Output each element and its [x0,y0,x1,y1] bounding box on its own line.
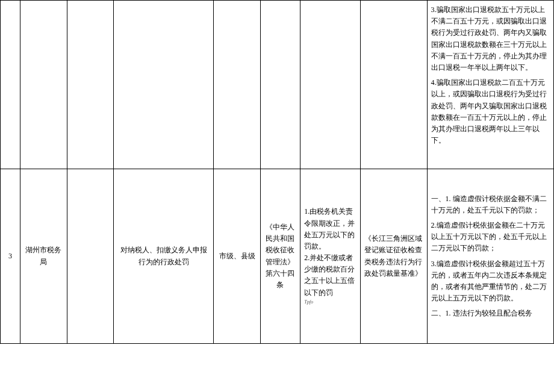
cell-criteria: 3.骗取国家出口退税款五十万元以上不满二百五十万元，或因骗取出口退税行为受过行政… [427,1,553,169]
cell-index [1,1,20,169]
criteria-text: 4.骗取国家出口退税款二百五十万元以上，或因骗取出口退税行为受过行政处罚、两年内… [431,77,550,146]
cell-detail: 1.由税务机关责令限期改正，并处五万元以下的罚款。 2.并处不缴或者少缴的税款百… [300,169,361,344]
criteria-text: 二、1. 违法行为较轻且配合税务 [431,308,550,319]
cell-criteria: 一、1. 编造虚假计税依据金额不满二十万元的，处五千元以下的罚款； 2.编造虚假… [427,169,553,344]
cell-matter: 对纳税人、扣缴义务人申报行为的行政处罚 [114,169,214,344]
table-row: 3 湖州市税务局 对纳税人、扣缴义务人申报行为的行政处罚 市级、县级 《中华人民… [1,169,554,344]
cell-blank [67,1,114,169]
cell-index: 3 [1,169,20,344]
criteria-text: 3.骗取国家出口退税款五十万元以上不满二百五十万元，或因骗取出口退税行为受过行政… [431,4,550,73]
regulation-table: 3.骗取国家出口退税款五十万元以上不满二百五十万元，或因骗取出口退税行为受过行政… [0,0,554,344]
cell-level: 市级、县级 [214,169,261,344]
cell-blank [67,169,114,344]
criteria-text: 一、1. 编造虚假计税依据金额不满二十万元的，处五千元以下的罚款； [431,193,550,216]
cell-law [260,1,300,169]
cell-detail [300,1,361,169]
table-row: 3.骗取国家出口退税款五十万元以上不满二百五十万元，或因骗取出口退税行为受过行政… [1,1,554,169]
cell-reference [360,1,427,169]
criteria-text: 2.编造虚假计税依据金额在二十万元以上五十万元以下的，处五千元以上二万元以下的罚… [431,220,550,255]
cell-reference: 《长江三角洲区域登记账证征收检查类税务违法行为行政处罚裁量基准》 [360,169,427,344]
detail-text: 1.由税务机关责令限期改正，并处五万元以下的罚款。 2.并处不缴或者少缴的税款百… [304,207,355,296]
cell-organ: 湖州市税务局 [20,169,67,344]
criteria-text: 3.编造虚假计税依据金额超过五十万元的，或者五年内二次违反本条规定的，或者有其他… [431,258,550,305]
cell-matter [114,1,214,169]
cell-organ [20,1,67,169]
cell-level [214,1,261,169]
footnote: Tpfo [304,299,356,306]
cell-law: 《中华人民共和国税收征收管理法》第六十四条 [260,169,300,344]
document-page: 3.骗取国家出口退税款五十万元以上不满二百五十万元，或因骗取出口退税行为受过行政… [0,0,554,344]
